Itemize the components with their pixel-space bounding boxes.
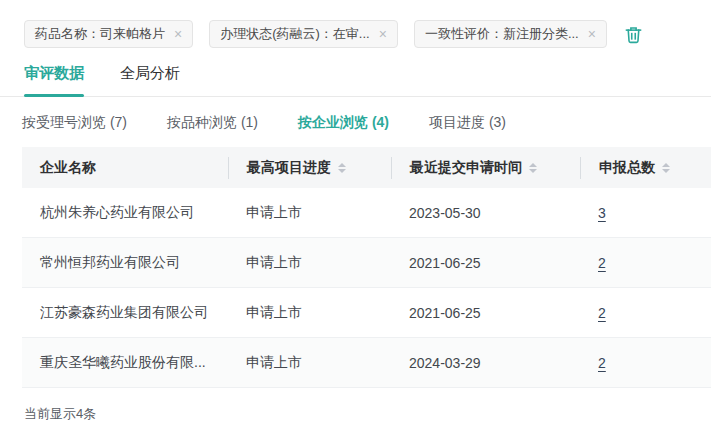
sort-icons[interactable]	[338, 159, 346, 177]
clear-all-filters-button[interactable]	[623, 24, 644, 45]
table-row: 江苏豪森药业集团有限公司 申请上市 2021-06-25 2	[22, 288, 711, 338]
company-cell: 杭州朱养心药业有限公司	[22, 204, 228, 222]
filter-bar: 药品名称：司来帕格片 × 办理状态(药融云)：在审... × 一致性评价：新注册…	[0, 0, 711, 48]
company-cell: 江苏豪森药业集团有限公司	[22, 304, 228, 322]
sort-asc-icon[interactable]	[662, 159, 670, 167]
sort-icons[interactable]	[529, 159, 537, 177]
progress-cell: 申请上市	[228, 254, 391, 272]
count-cell: 2	[580, 305, 711, 321]
count-link[interactable]: 2	[598, 355, 606, 371]
company-cell: 常州恒邦药业有限公司	[22, 254, 228, 272]
sort-desc-icon[interactable]	[662, 169, 670, 177]
progress-cell: 申请上市	[228, 204, 391, 222]
date-cell: 2021-06-25	[391, 305, 580, 321]
count-cell: 3	[580, 205, 711, 221]
column-header-count[interactable]: 申报总数	[580, 157, 711, 179]
subtab-project-progress[interactable]: 项目进度 (3)	[429, 114, 506, 132]
subtab-by-enterprise[interactable]: 按企业浏览 (4)	[298, 114, 389, 132]
filter-chip-label: 一致性评价：新注册分类...	[425, 25, 579, 43]
close-icon[interactable]: ×	[588, 27, 596, 41]
column-header-label: 最高项目进度	[247, 159, 331, 177]
filter-chip-label: 药品名称：司来帕格片	[35, 25, 165, 43]
progress-cell: 申请上市	[228, 304, 391, 322]
tab-global-analysis[interactable]: 全局分析	[120, 64, 180, 96]
sort-asc-icon[interactable]	[338, 159, 346, 167]
company-cell: 重庆圣华曦药业股份有限...	[22, 354, 228, 372]
record-count-summary: 当前显示4条	[0, 388, 711, 440]
close-icon[interactable]: ×	[174, 27, 182, 41]
filter-chip-status: 办理状态(药融云)：在审... ×	[209, 20, 398, 48]
sort-icons[interactable]	[662, 159, 670, 177]
sort-desc-icon[interactable]	[338, 169, 346, 177]
count-link[interactable]: 3	[598, 205, 606, 221]
subtab-by-acceptance-number[interactable]: 按受理号浏览 (7)	[22, 114, 127, 132]
date-cell: 2021-06-25	[391, 255, 580, 271]
count-link[interactable]: 2	[598, 255, 606, 271]
column-header-progress[interactable]: 最高项目进度	[228, 157, 391, 179]
sub-tabs: 按受理号浏览 (7) 按品种浏览 (1) 按企业浏览 (4) 项目进度 (3)	[0, 97, 711, 147]
column-header-label: 最近提交申请时间	[410, 159, 522, 177]
table-header-row: 企业名称 最高项目进度 最近提交申请时间 申报总数	[22, 147, 711, 188]
filter-chip-label: 办理状态(药融云)：在审...	[220, 25, 370, 43]
count-link[interactable]: 2	[598, 305, 606, 321]
progress-cell: 申请上市	[228, 354, 391, 372]
column-header-date[interactable]: 最近提交申请时间	[391, 157, 580, 179]
enterprise-table: 企业名称 最高项目进度 最近提交申请时间 申报总数 杭州朱养心药业有限公司 申请…	[22, 147, 711, 388]
date-cell: 2024-03-29	[391, 355, 580, 371]
close-icon[interactable]: ×	[379, 27, 387, 41]
table-row: 杭州朱养心药业有限公司 申请上市 2023-05-30 3	[22, 188, 711, 238]
count-cell: 2	[580, 255, 711, 271]
subtab-by-variety[interactable]: 按品种浏览 (1)	[167, 114, 258, 132]
tab-review-data[interactable]: 审评数据	[24, 64, 84, 96]
table-row: 常州恒邦药业有限公司 申请上市 2021-06-25 2	[22, 238, 711, 288]
column-header-label: 企业名称	[40, 159, 96, 177]
count-cell: 2	[580, 355, 711, 371]
column-header-company: 企业名称	[22, 159, 228, 177]
date-cell: 2023-05-30	[391, 205, 580, 221]
filter-chip-drug-name: 药品名称：司来帕格片 ×	[24, 20, 193, 48]
column-header-label: 申报总数	[599, 159, 655, 177]
table-row: 重庆圣华曦药业股份有限... 申请上市 2024-03-29 2	[22, 338, 711, 388]
trash-icon	[623, 24, 644, 45]
sort-desc-icon[interactable]	[529, 169, 537, 177]
main-tabs: 审评数据 全局分析	[0, 64, 711, 97]
table-body: 杭州朱养心药业有限公司 申请上市 2023-05-30 3 常州恒邦药业有限公司…	[22, 188, 711, 388]
filter-chip-evaluation: 一致性评价：新注册分类... ×	[414, 20, 607, 48]
sort-asc-icon[interactable]	[529, 159, 537, 167]
